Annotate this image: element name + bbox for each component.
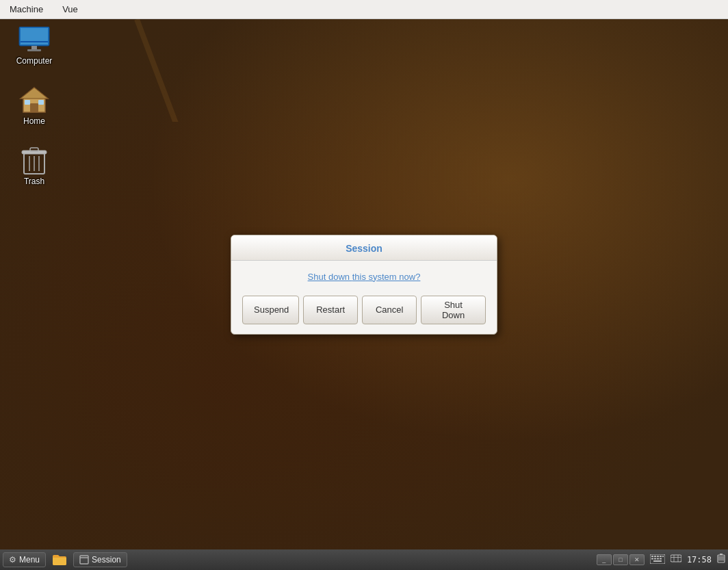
svg-rect-64 [662, 556, 664, 557]
cancel-button[interactable]: Cancel [362, 296, 417, 324]
svg-rect-75 [720, 554, 723, 555]
taskbar-close-btn[interactable]: ✕ [629, 554, 645, 565]
svg-line-0 [137, 19, 205, 122]
dialog-body: Shut down this system now? [231, 261, 497, 290]
keyboard-indicator[interactable] [650, 554, 665, 565]
svg-rect-57 [80, 556, 88, 564]
taskbar-folder-button[interactable] [49, 552, 70, 567]
taskbar-minimize-btn[interactable]: _ [597, 554, 612, 565]
svg-rect-44 [27, 49, 41, 51]
power-icon[interactable] [717, 554, 725, 566]
menu-vue[interactable]: Vue [58, 3, 82, 16]
computer-icon-image [18, 26, 51, 53]
home-icon-label: Home [23, 116, 45, 126]
svg-rect-76 [718, 556, 724, 561]
svg-rect-70 [671, 555, 681, 562]
dialog-message-link: this [352, 272, 366, 282]
taskbar-session-button[interactable]: Session [73, 552, 127, 567]
dialog-message: Shut down this system now? [245, 272, 483, 282]
keyboard-icon [650, 554, 665, 564]
svg-rect-56 [30, 148, 38, 151]
session-window-icon [79, 555, 89, 565]
computer-icon-label: Computer [16, 56, 53, 66]
trash-icon-image [18, 146, 51, 174]
svg-rect-69 [653, 560, 662, 562]
svg-rect-61 [654, 556, 656, 557]
network-icon[interactable] [671, 554, 681, 566]
dialog-message-post: system now? [366, 272, 420, 282]
svg-rect-63 [660, 556, 662, 557]
svg-rect-67 [657, 558, 659, 560]
taskbar-menu-button[interactable]: ⚙ Menu [3, 552, 46, 567]
taskbar-window-controls: _ □ ✕ [597, 554, 645, 565]
svg-rect-62 [657, 556, 659, 557]
svg-rect-65 [651, 558, 653, 560]
taskbar-time: 17:58 [687, 555, 712, 565]
svg-rect-60 [651, 556, 653, 557]
gear-icon: ⚙ [9, 555, 16, 565]
trash-icon-label: Trash [24, 177, 44, 186]
session-dialog: Session Shut down this system now? Suspe… [231, 235, 497, 335]
dialog-title-bar: Session [231, 235, 497, 261]
dialog-buttons: Suspend Restart Cancel Shut Down [231, 290, 497, 334]
shutdown-button[interactable]: Shut Down [421, 296, 486, 324]
svg-rect-66 [654, 558, 656, 560]
menu-machine[interactable]: Machine [5, 3, 47, 16]
desktop-icons: Computer Home [7, 26, 62, 186]
svg-rect-49 [38, 100, 44, 105]
taskbar-restore-btn[interactable]: □ [613, 554, 628, 565]
desktop-icon-home[interactable]: Home [7, 86, 62, 126]
taskbar-menu-label: Menu [19, 555, 40, 565]
folder-icon [53, 554, 66, 565]
menu-bar: Machine Vue [0, 0, 728, 19]
home-icon-image [18, 86, 51, 114]
dialog-title: Session [346, 243, 382, 254]
svg-rect-47 [30, 103, 38, 112]
taskbar-session-label: Session [92, 555, 121, 565]
desktop-icon-computer[interactable]: Computer [7, 26, 62, 66]
restart-button[interactable]: Restart [303, 296, 358, 324]
dialog-message-pre: Shut down [308, 272, 352, 282]
svg-marker-50 [21, 88, 48, 99]
taskbar: ⚙ Menu Session _ □ ✕ [0, 549, 728, 570]
svg-rect-48 [25, 100, 30, 105]
svg-rect-43 [31, 46, 37, 49]
desktop-icon-trash[interactable]: Trash [7, 146, 62, 186]
suspend-button[interactable]: Suspend [242, 296, 299, 324]
taskbar-right: _ □ ✕ [597, 554, 725, 566]
desktop: Computer Home [0, 19, 728, 549]
svg-rect-68 [660, 558, 662, 560]
